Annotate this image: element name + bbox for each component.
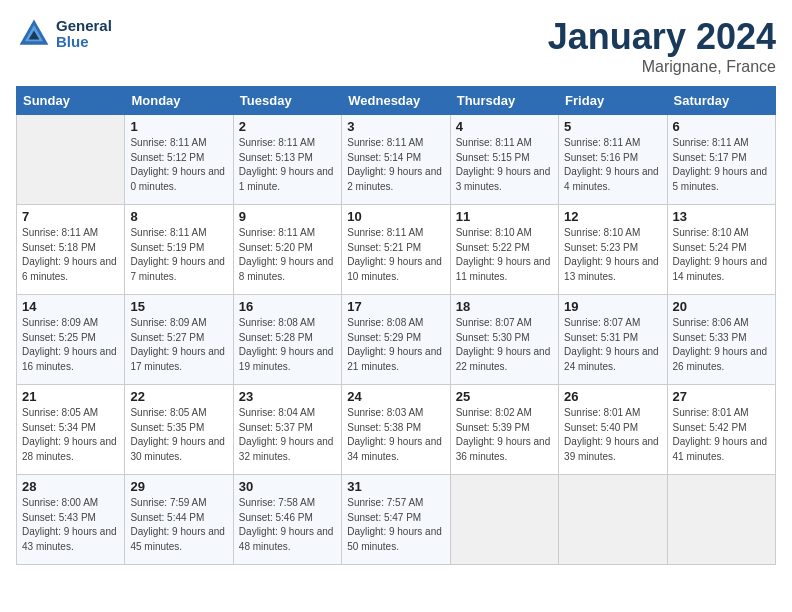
cell-info: Sunrise: 8:09 AMSunset: 5:25 PMDaylight:… <box>22 316 119 374</box>
day-cell: 13Sunrise: 8:10 AMSunset: 5:24 PMDayligh… <box>667 205 775 295</box>
day-cell: 28Sunrise: 8:00 AMSunset: 5:43 PMDayligh… <box>17 475 125 565</box>
day-cell: 31Sunrise: 7:57 AMSunset: 5:47 PMDayligh… <box>342 475 450 565</box>
cell-info: Sunrise: 8:11 AMSunset: 5:13 PMDaylight:… <box>239 136 336 194</box>
cell-info: Sunrise: 8:11 AMSunset: 5:19 PMDaylight:… <box>130 226 227 284</box>
day-number: 10 <box>347 209 444 224</box>
header-cell-wednesday: Wednesday <box>342 87 450 115</box>
title-area: January 2024 Marignane, France <box>548 16 776 76</box>
day-number: 12 <box>564 209 661 224</box>
day-number: 6 <box>673 119 770 134</box>
day-number: 4 <box>456 119 553 134</box>
week-row-1: 1Sunrise: 8:11 AMSunset: 5:12 PMDaylight… <box>17 115 776 205</box>
day-cell: 7Sunrise: 8:11 AMSunset: 5:18 PMDaylight… <box>17 205 125 295</box>
header-cell-monday: Monday <box>125 87 233 115</box>
day-number: 17 <box>347 299 444 314</box>
header-row: SundayMondayTuesdayWednesdayThursdayFrid… <box>17 87 776 115</box>
day-cell: 10Sunrise: 8:11 AMSunset: 5:21 PMDayligh… <box>342 205 450 295</box>
header-cell-tuesday: Tuesday <box>233 87 341 115</box>
day-cell: 5Sunrise: 8:11 AMSunset: 5:16 PMDaylight… <box>559 115 667 205</box>
day-cell: 29Sunrise: 7:59 AMSunset: 5:44 PMDayligh… <box>125 475 233 565</box>
day-cell: 2Sunrise: 8:11 AMSunset: 5:13 PMDaylight… <box>233 115 341 205</box>
day-cell: 12Sunrise: 8:10 AMSunset: 5:23 PMDayligh… <box>559 205 667 295</box>
day-number: 11 <box>456 209 553 224</box>
logo: General Blue <box>16 16 112 52</box>
cell-info: Sunrise: 8:11 AMSunset: 5:14 PMDaylight:… <box>347 136 444 194</box>
day-cell: 15Sunrise: 8:09 AMSunset: 5:27 PMDayligh… <box>125 295 233 385</box>
day-cell <box>17 115 125 205</box>
day-number: 9 <box>239 209 336 224</box>
day-cell: 21Sunrise: 8:05 AMSunset: 5:34 PMDayligh… <box>17 385 125 475</box>
header-cell-saturday: Saturday <box>667 87 775 115</box>
day-cell: 20Sunrise: 8:06 AMSunset: 5:33 PMDayligh… <box>667 295 775 385</box>
calendar-table: SundayMondayTuesdayWednesdayThursdayFrid… <box>16 86 776 565</box>
cell-info: Sunrise: 8:08 AMSunset: 5:29 PMDaylight:… <box>347 316 444 374</box>
cell-info: Sunrise: 8:05 AMSunset: 5:35 PMDaylight:… <box>130 406 227 464</box>
cell-info: Sunrise: 8:11 AMSunset: 5:15 PMDaylight:… <box>456 136 553 194</box>
day-number: 24 <box>347 389 444 404</box>
day-number: 30 <box>239 479 336 494</box>
header-cell-friday: Friday <box>559 87 667 115</box>
day-cell: 8Sunrise: 8:11 AMSunset: 5:19 PMDaylight… <box>125 205 233 295</box>
week-row-5: 28Sunrise: 8:00 AMSunset: 5:43 PMDayligh… <box>17 475 776 565</box>
day-number: 7 <box>22 209 119 224</box>
day-cell: 6Sunrise: 8:11 AMSunset: 5:17 PMDaylight… <box>667 115 775 205</box>
cell-info: Sunrise: 8:01 AMSunset: 5:42 PMDaylight:… <box>673 406 770 464</box>
cell-info: Sunrise: 7:59 AMSunset: 5:44 PMDaylight:… <box>130 496 227 554</box>
header-cell-thursday: Thursday <box>450 87 558 115</box>
week-row-4: 21Sunrise: 8:05 AMSunset: 5:34 PMDayligh… <box>17 385 776 475</box>
cell-info: Sunrise: 8:07 AMSunset: 5:31 PMDaylight:… <box>564 316 661 374</box>
day-number: 31 <box>347 479 444 494</box>
header-cell-sunday: Sunday <box>17 87 125 115</box>
cell-info: Sunrise: 8:06 AMSunset: 5:33 PMDaylight:… <box>673 316 770 374</box>
cell-info: Sunrise: 8:11 AMSunset: 5:21 PMDaylight:… <box>347 226 444 284</box>
day-cell <box>667 475 775 565</box>
cell-info: Sunrise: 8:11 AMSunset: 5:18 PMDaylight:… <box>22 226 119 284</box>
week-row-2: 7Sunrise: 8:11 AMSunset: 5:18 PMDaylight… <box>17 205 776 295</box>
day-cell <box>559 475 667 565</box>
cell-info: Sunrise: 8:08 AMSunset: 5:28 PMDaylight:… <box>239 316 336 374</box>
cell-info: Sunrise: 8:10 AMSunset: 5:24 PMDaylight:… <box>673 226 770 284</box>
day-cell: 16Sunrise: 8:08 AMSunset: 5:28 PMDayligh… <box>233 295 341 385</box>
day-cell: 11Sunrise: 8:10 AMSunset: 5:22 PMDayligh… <box>450 205 558 295</box>
day-cell: 30Sunrise: 7:58 AMSunset: 5:46 PMDayligh… <box>233 475 341 565</box>
cell-info: Sunrise: 8:11 AMSunset: 5:20 PMDaylight:… <box>239 226 336 284</box>
cell-info: Sunrise: 8:10 AMSunset: 5:23 PMDaylight:… <box>564 226 661 284</box>
day-number: 14 <box>22 299 119 314</box>
cell-info: Sunrise: 7:57 AMSunset: 5:47 PMDaylight:… <box>347 496 444 554</box>
cell-info: Sunrise: 8:11 AMSunset: 5:17 PMDaylight:… <box>673 136 770 194</box>
day-number: 5 <box>564 119 661 134</box>
day-number: 23 <box>239 389 336 404</box>
day-cell: 18Sunrise: 8:07 AMSunset: 5:30 PMDayligh… <box>450 295 558 385</box>
day-number: 22 <box>130 389 227 404</box>
day-cell: 27Sunrise: 8:01 AMSunset: 5:42 PMDayligh… <box>667 385 775 475</box>
day-cell: 9Sunrise: 8:11 AMSunset: 5:20 PMDaylight… <box>233 205 341 295</box>
cell-info: Sunrise: 8:04 AMSunset: 5:37 PMDaylight:… <box>239 406 336 464</box>
day-number: 15 <box>130 299 227 314</box>
day-number: 25 <box>456 389 553 404</box>
day-number: 19 <box>564 299 661 314</box>
day-cell <box>450 475 558 565</box>
day-cell: 23Sunrise: 8:04 AMSunset: 5:37 PMDayligh… <box>233 385 341 475</box>
day-cell: 1Sunrise: 8:11 AMSunset: 5:12 PMDaylight… <box>125 115 233 205</box>
day-cell: 22Sunrise: 8:05 AMSunset: 5:35 PMDayligh… <box>125 385 233 475</box>
day-number: 28 <box>22 479 119 494</box>
cell-info: Sunrise: 8:02 AMSunset: 5:39 PMDaylight:… <box>456 406 553 464</box>
day-cell: 19Sunrise: 8:07 AMSunset: 5:31 PMDayligh… <box>559 295 667 385</box>
day-number: 21 <box>22 389 119 404</box>
day-cell: 4Sunrise: 8:11 AMSunset: 5:15 PMDaylight… <box>450 115 558 205</box>
day-number: 8 <box>130 209 227 224</box>
day-cell: 24Sunrise: 8:03 AMSunset: 5:38 PMDayligh… <box>342 385 450 475</box>
day-number: 26 <box>564 389 661 404</box>
cell-info: Sunrise: 8:11 AMSunset: 5:16 PMDaylight:… <box>564 136 661 194</box>
day-cell: 17Sunrise: 8:08 AMSunset: 5:29 PMDayligh… <box>342 295 450 385</box>
logo-icon <box>16 16 52 52</box>
logo-text: General Blue <box>56 18 112 51</box>
cell-info: Sunrise: 7:58 AMSunset: 5:46 PMDaylight:… <box>239 496 336 554</box>
day-number: 2 <box>239 119 336 134</box>
day-cell: 26Sunrise: 8:01 AMSunset: 5:40 PMDayligh… <box>559 385 667 475</box>
day-cell: 25Sunrise: 8:02 AMSunset: 5:39 PMDayligh… <box>450 385 558 475</box>
cell-info: Sunrise: 8:03 AMSunset: 5:38 PMDaylight:… <box>347 406 444 464</box>
month-title: January 2024 <box>548 16 776 58</box>
cell-info: Sunrise: 8:11 AMSunset: 5:12 PMDaylight:… <box>130 136 227 194</box>
cell-info: Sunrise: 8:01 AMSunset: 5:40 PMDaylight:… <box>564 406 661 464</box>
